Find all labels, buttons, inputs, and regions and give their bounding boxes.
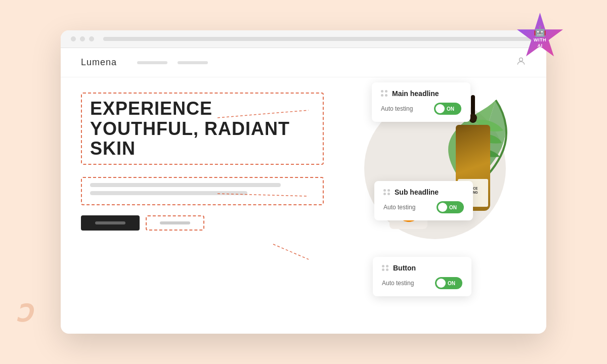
panel-button-label: Auto testing	[382, 280, 414, 287]
drag-icon	[381, 90, 388, 97]
nav-bar-1	[137, 61, 167, 64]
text-line-1	[90, 183, 281, 187]
nav-bar-2	[178, 61, 208, 64]
svg-line-3	[273, 244, 309, 259]
panel-subheadline-row: Auto testing ON	[383, 201, 464, 213]
btn-secondary-bar	[160, 221, 190, 224]
svg-point-0	[519, 58, 523, 61]
decorative-squiggle: ɔ	[15, 293, 32, 329]
panel-button-title: Button	[382, 264, 462, 272]
btn-group	[81, 215, 324, 231]
panel-headline-label: Auto testing	[381, 105, 413, 112]
browser-inner: Lumena EXPERIENCE YOUTHFUL, RADIANT SKIN	[61, 48, 546, 330]
panel-headline: Main headline Auto testing ON	[372, 82, 470, 122]
secondary-button-dashed[interactable]	[146, 215, 204, 231]
bottle-dropper	[471, 95, 475, 118]
hero-title-box: EXPERIENCE YOUTHFUL, RADIANT SKIN	[81, 93, 324, 165]
primary-button[interactable]	[81, 215, 140, 231]
drag-icon-sub	[383, 189, 391, 195]
site-logo: Lumena	[81, 57, 117, 68]
address-bar	[103, 37, 536, 41]
chrome-dot-2	[80, 36, 85, 41]
panel-button: Button Auto testing ON	[373, 257, 471, 296]
panel-subheadline: Sub headline Auto testing ON	[374, 181, 473, 220]
robot-icon: 🤖	[534, 25, 546, 37]
hero-title: EXPERIENCE YOUTHFUL, RADIANT SKIN	[90, 99, 315, 159]
chrome-dot-3	[89, 36, 94, 41]
chrome-dot-1	[71, 36, 76, 41]
toggle-subheadline[interactable]: ON	[437, 201, 464, 213]
user-icon	[516, 56, 526, 69]
browser-chrome	[61, 30, 546, 48]
toggle-headline-text: ON	[447, 106, 454, 112]
hero-left: EXPERIENCE YOUTHFUL, RADIANT SKIN	[81, 93, 334, 244]
site-content: EXPERIENCE YOUTHFUL, RADIANT SKIN	[61, 77, 546, 330]
browser-window: 🤖 WITHAI Lumena	[61, 30, 546, 334]
panel-headline-title: Main headline	[381, 89, 461, 98]
text-line-2	[90, 191, 247, 195]
panel-headline-row: Auto testing ON	[381, 103, 461, 115]
panel-button-row: Auto testing ON	[382, 277, 462, 289]
hero-text-box	[81, 177, 324, 205]
toggle-button[interactable]: ON	[435, 277, 462, 289]
site-nav: Lumena	[61, 48, 546, 77]
panel-subheadline-label: Auto testing	[383, 204, 415, 211]
toggle-headline[interactable]: ON	[434, 103, 461, 115]
drag-icon-btn	[382, 265, 389, 271]
panel-subheadline-title: Sub headline	[383, 188, 464, 196]
btn-primary-bar	[95, 221, 125, 224]
